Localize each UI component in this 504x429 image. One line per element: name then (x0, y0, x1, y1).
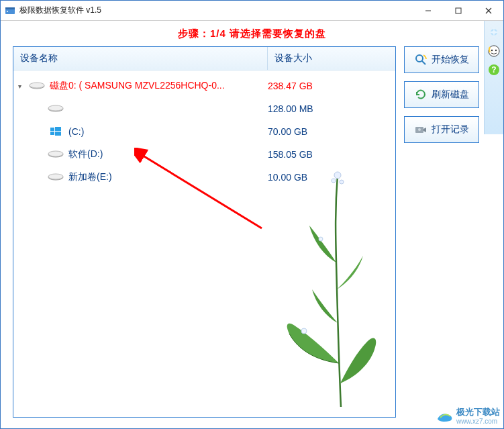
close-button[interactable] (473, 1, 503, 20)
svg-point-30 (319, 237, 323, 241)
device-size: 158.05 GB (268, 149, 395, 160)
watermark-name: 极光下载站 (456, 407, 500, 417)
device-size: 10.00 GB (268, 172, 395, 183)
button-label: 打开记录 (432, 124, 469, 136)
device-size: 70.00 GB (268, 126, 395, 137)
hdd-icon (47, 103, 64, 114)
watermark-url: www.xz7.com (456, 418, 500, 425)
watermark-icon (436, 407, 454, 424)
plant-decoration (277, 162, 378, 410)
app-icon (5, 5, 15, 16)
refresh-disks-button[interactable]: 刷新磁盘 (404, 81, 479, 108)
open-log-button[interactable]: 打开记录 (404, 116, 479, 143)
app-window: 极限数据恢复软件 v1.5 ? 步骤：1/4 请选择需要恢复的盘 设备名称 设备… (0, 0, 504, 429)
chevron-down-icon[interactable]: ▾ (13, 83, 26, 90)
actions-column: 开始恢复 刷新磁盘 打开记录 (404, 46, 479, 418)
hdd-icon (47, 149, 64, 160)
hdd-icon (47, 172, 64, 183)
device-row-disk0[interactable]: ▾ 磁盘0: ( SAMSUNG MZVL2256HCHQ-0... 238.4… (13, 75, 395, 97)
device-tree: ▾ 磁盘0: ( SAMSUNG MZVL2256HCHQ-0... 238.4… (13, 70, 395, 193)
svg-rect-17 (50, 128, 54, 131)
maximize-button[interactable] (443, 1, 473, 20)
device-row-c[interactable]: (C:) 70.00 GB (13, 120, 395, 143)
svg-point-16 (48, 105, 63, 111)
windows-volume-icon (47, 126, 64, 137)
button-label: 开始恢复 (432, 54, 469, 66)
magnifier-icon (414, 53, 427, 66)
svg-point-29 (301, 328, 307, 334)
svg-point-24 (48, 174, 63, 179)
step-banner: 步骤：1/4 请选择需要恢复的盘 (1, 21, 503, 46)
device-row-e[interactable]: 新加卷(E:) 10.00 GB (13, 166, 395, 189)
device-size: 128.00 MB (268, 103, 395, 114)
device-label: 磁盘0: ( SAMSUNG MZVL2256HCHQ-0... (50, 80, 268, 92)
window-title: 极限数据恢复软件 v1.5 (19, 5, 413, 16)
svg-line-32 (422, 61, 425, 64)
device-panel: 设备名称 设备大小 ▾ 磁盘0: ( SAMSUNG MZVL2256HCHQ-… (13, 46, 396, 418)
svg-point-22 (48, 151, 63, 156)
titlebar: 极限数据恢复软件 v1.5 (1, 1, 503, 21)
button-label: 刷新磁盘 (432, 89, 469, 101)
camera-icon (414, 123, 427, 136)
svg-point-2 (7, 11, 8, 12)
watermark: 极光下载站 www.xz7.com (436, 406, 500, 425)
hdd-icon (28, 81, 46, 91)
column-device-name[interactable]: 设备名称 (13, 47, 267, 70)
device-row-d[interactable]: 软件(D:) 158.05 GB (13, 143, 395, 166)
svg-point-31 (416, 55, 423, 62)
column-device-size[interactable]: 设备大小 (268, 47, 395, 70)
svg-rect-4 (456, 8, 461, 13)
sparkle-icon (487, 25, 501, 40)
device-label: 软件(D:) (68, 148, 268, 160)
svg-point-14 (30, 83, 44, 88)
svg-rect-19 (50, 132, 54, 135)
device-size: 238.47 GB (268, 81, 395, 91)
device-label: 新加卷(E:) (68, 171, 268, 183)
svg-rect-20 (55, 132, 61, 136)
refresh-icon (414, 88, 427, 101)
device-header: 设备名称 设备大小 (13, 47, 395, 70)
device-row-partition-1[interactable]: 128.00 MB (13, 97, 395, 120)
window-controls (413, 1, 503, 20)
svg-point-34 (418, 128, 421, 131)
svg-rect-1 (5, 7, 15, 9)
svg-rect-18 (55, 127, 61, 131)
device-label: (C:) (68, 126, 268, 137)
main-area: 设备名称 设备大小 ▾ 磁盘0: ( SAMSUNG MZVL2256HCHQ-… (1, 46, 503, 428)
start-recovery-button[interactable]: 开始恢复 (404, 46, 479, 73)
minimize-button[interactable] (413, 1, 443, 20)
